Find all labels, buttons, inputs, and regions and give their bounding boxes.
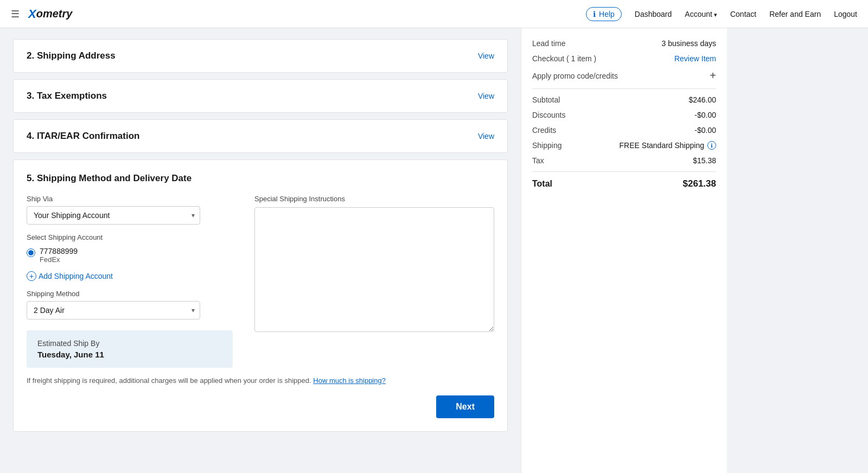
help-label: Help bbox=[599, 10, 615, 18]
account-number: 777888999 bbox=[40, 247, 78, 255]
lead-time-row: Lead time 3 business days bbox=[532, 39, 716, 48]
shipping-row: Shipping FREE Standard Shipping ℹ bbox=[532, 141, 716, 150]
estimated-ship-label: Estimated Ship By bbox=[37, 339, 222, 348]
tax-row: Tax $15.38 bbox=[532, 156, 716, 165]
shipping-address-view-link[interactable]: View bbox=[478, 52, 494, 60]
lead-time-value: 3 business days bbox=[662, 39, 716, 48]
shipping-method-label: Shipping Method bbox=[27, 290, 233, 298]
shipping-method-section: 5. Shipping Method and Delivery Date Shi… bbox=[13, 159, 508, 432]
add-account-label: Add Shipping Account bbox=[39, 272, 113, 280]
shipping-value-row: FREE Standard Shipping ℹ bbox=[620, 141, 716, 150]
tax-value: $15.38 bbox=[693, 156, 716, 165]
total-label: Total bbox=[532, 179, 552, 189]
total-row: Total $261.38 bbox=[532, 178, 716, 189]
nav-right: ℹ Help Dashboard Account Contact Refer a… bbox=[586, 7, 857, 21]
discounts-label: Discounts bbox=[532, 111, 565, 119]
info-icon[interactable]: ℹ bbox=[707, 141, 716, 150]
hamburger-menu[interactable]: ☰ bbox=[11, 8, 20, 20]
sidebar: Lead time 3 business days Checkout ( 1 i… bbox=[521, 28, 727, 473]
shipping-account-radio[interactable] bbox=[27, 248, 35, 257]
freight-link[interactable]: How much is shipping? bbox=[313, 376, 386, 385]
total-value: $261.38 bbox=[683, 178, 716, 189]
shipping-account-option: 777888999 FedEx bbox=[27, 247, 233, 264]
promo-row[interactable]: Apply promo code/credits + bbox=[532, 69, 716, 82]
main-content: 2. Shipping Address View 3. Tax Exemptio… bbox=[0, 28, 521, 473]
tax-exemptions-section: 3. Tax Exemptions View bbox=[13, 79, 508, 113]
estimated-ship-box: Estimated Ship By Tuesday, June 11 bbox=[27, 330, 233, 368]
lead-time-label: Lead time bbox=[532, 39, 565, 48]
itar-ear-section: 4. ITAR/EAR Confirmation View bbox=[13, 119, 508, 153]
form-left: Ship Via Your Shipping Account Xometry S… bbox=[27, 195, 233, 368]
plus-icon: + bbox=[710, 69, 716, 82]
special-instructions-label: Special Shipping Instructions bbox=[254, 195, 494, 203]
shipping-address-title: 2. Shipping Address bbox=[27, 50, 116, 61]
next-button[interactable]: Next bbox=[436, 395, 494, 418]
credits-row: Credits -$0.00 bbox=[532, 126, 716, 135]
subtotal-value: $246.00 bbox=[688, 95, 716, 104]
logo: X ometry bbox=[28, 7, 72, 21]
shipping-method-wrapper: Shipping Method 2 Day Air Ground Overnig… bbox=[27, 290, 233, 319]
discounts-row: Discounts -$0.00 bbox=[532, 111, 716, 119]
tax-exemptions-title: 3. Tax Exemptions bbox=[27, 91, 107, 101]
logo-x: X bbox=[28, 7, 36, 21]
shipping-account-radio-group: 777888999 FedEx bbox=[27, 247, 233, 264]
page: 2. Shipping Address View 3. Tax Exemptio… bbox=[0, 28, 868, 473]
logo-ometry: ometry bbox=[36, 8, 73, 20]
estimated-ship-date: Tuesday, June 11 bbox=[37, 350, 222, 359]
shipping-address-section: 2. Shipping Address View bbox=[13, 39, 508, 73]
freight-notice-text: If freight shipping is required, additio… bbox=[27, 376, 311, 385]
subtotal-row: Subtotal $246.00 bbox=[532, 95, 716, 104]
info-icon: ℹ bbox=[593, 10, 596, 18]
dashboard-link[interactable]: Dashboard bbox=[635, 10, 672, 18]
ship-via-label: Ship Via bbox=[27, 195, 233, 203]
form-row: Ship Via Your Shipping Account Xometry S… bbox=[27, 195, 494, 368]
ship-via-select-wrapper: Your Shipping Account Xometry Standard S… bbox=[27, 206, 200, 225]
tax-label: Tax bbox=[532, 156, 544, 165]
plus-circle-icon: + bbox=[27, 271, 36, 281]
shipping-value: FREE Standard Shipping bbox=[620, 141, 704, 150]
checkout-label: Checkout ( 1 item ) bbox=[532, 54, 596, 63]
promo-label: Apply promo code/credits bbox=[532, 72, 618, 80]
refer-earn-link[interactable]: Refer and Earn bbox=[769, 10, 821, 18]
select-account-label: Select Shipping Account bbox=[27, 233, 233, 241]
section-header: 3. Tax Exemptions View bbox=[27, 91, 494, 101]
navigation: ☰ X ometry ℹ Help Dashboard Account Cont… bbox=[0, 0, 868, 28]
add-shipping-account-link[interactable]: + Add Shipping Account bbox=[27, 271, 233, 281]
form-right: Special Shipping Instructions bbox=[254, 195, 494, 334]
shipping-method-select-wrapper: 2 Day Air Ground Overnight Priority Over… bbox=[27, 301, 200, 319]
discounts-value: -$0.00 bbox=[694, 111, 716, 119]
shipping-method-title: 5. Shipping Method and Delivery Date bbox=[27, 173, 494, 184]
ship-via-select[interactable]: Your Shipping Account Xometry Standard S… bbox=[27, 206, 200, 225]
section-header: 2. Shipping Address View bbox=[27, 50, 494, 61]
next-button-row: Next bbox=[27, 395, 494, 418]
credits-label: Credits bbox=[532, 126, 556, 135]
section-header: 4. ITAR/EAR Confirmation View bbox=[27, 131, 494, 142]
freight-notice: If freight shipping is required, additio… bbox=[27, 376, 494, 385]
contact-link[interactable]: Contact bbox=[730, 10, 756, 18]
sidebar-total-divider bbox=[532, 171, 716, 172]
tax-exemptions-view-link[interactable]: View bbox=[478, 92, 494, 100]
sidebar-divider bbox=[532, 88, 716, 89]
itar-ear-title: 4. ITAR/EAR Confirmation bbox=[27, 131, 139, 142]
checkout-review-link[interactable]: Review Item bbox=[674, 54, 716, 63]
checkout-row: Checkout ( 1 item ) Review Item bbox=[532, 54, 716, 63]
logout-link[interactable]: Logout bbox=[834, 10, 857, 18]
special-instructions-textarea[interactable] bbox=[254, 207, 494, 332]
shipping-method-select[interactable]: 2 Day Air Ground Overnight Priority Over… bbox=[27, 301, 200, 319]
shipping-label: Shipping bbox=[532, 141, 562, 150]
shipping-account-text: 777888999 FedEx bbox=[40, 247, 78, 264]
subtotal-label: Subtotal bbox=[532, 95, 560, 104]
help-button[interactable]: ℹ Help bbox=[586, 7, 622, 21]
itar-ear-view-link[interactable]: View bbox=[478, 132, 494, 140]
account-carrier: FedEx bbox=[40, 255, 78, 264]
credits-value: -$0.00 bbox=[694, 126, 716, 135]
account-link[interactable]: Account bbox=[685, 10, 717, 18]
